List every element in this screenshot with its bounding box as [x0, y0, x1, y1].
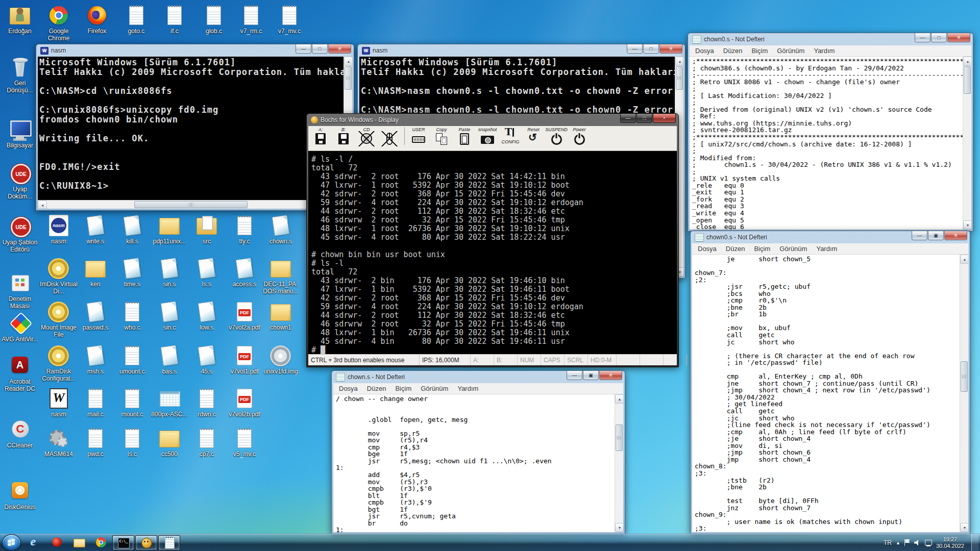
- desktop-icon-goto-c[interactable]: goto.c: [117, 4, 156, 35]
- desktop-icon-v7vol2b-pdf[interactable]: v7vol2b.pdf: [225, 387, 264, 418]
- scroll-down-icon[interactable]: ▼: [963, 220, 971, 230]
- bochs-button-user-keyboard[interactable]: USER: [404, 127, 428, 145]
- bochs-button-paste[interactable]: Paste: [455, 127, 474, 145]
- menu-item-d-zen[interactable]: Düzen: [721, 244, 750, 254]
- volume-icon[interactable]: [914, 540, 921, 546]
- restore-button[interactable]: ▣: [928, 231, 944, 240]
- desktop-icon-kill-s[interactable]: kill.s: [113, 214, 152, 245]
- desktop-icon-passwd-s[interactable]: passwd.s: [76, 300, 115, 331]
- bochs-button-mouse[interactable]: [380, 127, 399, 145]
- desktop-icon-pdp11unix[interactable]: pdp11unix...: [150, 214, 189, 245]
- titlebar[interactable]: W nasm — □ ×: [359, 44, 683, 57]
- scrollbar-thumb[interactable]: [134, 201, 248, 208]
- scroll-up-icon[interactable]: ▲: [344, 57, 352, 66]
- desktop-icon-if-c[interactable]: if.c: [155, 4, 194, 35]
- maximize-button[interactable]: □: [312, 44, 328, 54]
- menu-item-yard-m[interactable]: Yardım: [453, 384, 483, 393]
- desktop-icon-msh-s[interactable]: msh.s: [76, 344, 115, 375]
- desktop-icon-umount-c[interactable]: umount.c: [113, 344, 152, 375]
- desktop-icon-ls-c[interactable]: ls.c: [113, 427, 152, 458]
- taskbar-button-bochs[interactable]: [135, 535, 157, 550]
- bochs-button-floppy-a[interactable]: A:: [311, 127, 330, 145]
- desktop-icon-v7-rm-c[interactable]: v7_rm.c: [232, 4, 271, 35]
- taskbar-button-media-player[interactable]: [46, 535, 67, 549]
- desktop-icon-mount-c[interactable]: mount.c: [113, 387, 152, 418]
- taskbar-button-command-prompt[interactable]: [112, 535, 134, 550]
- scrollbar-thumb[interactable]: [616, 424, 623, 451]
- desktop-icon-nasm[interactable]: nasm: [39, 214, 78, 245]
- bochs-button-cdrom[interactable]: CD: [357, 127, 376, 145]
- desktop-icon-uyap-ablon-edit-r[interactable]: Uyap Şablon Editörü: [1, 215, 39, 253]
- desktop-icon-who-c[interactable]: who.c: [113, 300, 152, 331]
- titlebar[interactable]: chown0.s - Not Defteri — ▣ ×: [692, 231, 968, 243]
- menu-item-dosya[interactable]: Dosya: [334, 384, 362, 393]
- menu-item-bi-im[interactable]: Biçim: [749, 244, 775, 254]
- desktop-icon-low-s[interactable]: low.s: [187, 300, 226, 331]
- restore-button[interactable]: ▣: [583, 371, 599, 380]
- close-button[interactable]: ×: [944, 231, 967, 240]
- scrollbar-thumb[interactable]: [964, 66, 971, 94]
- clock[interactable]: 19:27 30.04.2022: [936, 536, 964, 549]
- desktop-icon-avg-antivir[interactable]: AVG AntiVir...: [1, 312, 39, 343]
- minimize-button[interactable]: —: [567, 371, 582, 380]
- scrollbar-thumb[interactable]: [345, 66, 352, 90]
- start-button[interactable]: [2, 534, 21, 551]
- desktop-icon-diskgenius[interactable]: DiskGenius: [1, 480, 39, 511]
- desktop-icon-masm614[interactable]: MASM614: [39, 427, 78, 458]
- maximize-button[interactable]: □: [643, 44, 659, 54]
- titlebar[interactable]: chown.s - Not Defteri — ▣ ×: [333, 371, 623, 383]
- menu-item-bi-im[interactable]: Biçim: [747, 46, 772, 56]
- minimize-button[interactable]: —: [296, 44, 311, 54]
- menu-item-bi-im[interactable]: Biçim: [390, 384, 416, 393]
- desktop-icon-acrobat-reader-dc[interactable]: Acrobat Reader DC: [1, 355, 39, 392]
- menu-item-d-zen[interactable]: Düzen: [362, 384, 391, 393]
- scroll-up-icon[interactable]: ▲: [960, 255, 968, 264]
- desktop-icon-geri-d-n[interactable]: Geri Dönüşü...: [1, 56, 39, 94]
- desktop-icon-v5-mv-c[interactable]: v5_mv.c: [225, 427, 264, 458]
- minimize-button[interactable]: —: [912, 231, 927, 240]
- menu-item-dosya[interactable]: Dosya: [693, 244, 721, 254]
- hidden-icons-button[interactable]: ▲: [896, 540, 900, 545]
- bochs-button-copy[interactable]: Copy: [432, 127, 451, 145]
- menu-item-g-r-n-m[interactable]: Görünüm: [772, 46, 809, 56]
- desktop-icon-ccleaner[interactable]: CCleaner: [1, 418, 39, 449]
- close-button[interactable]: ×: [947, 33, 970, 42]
- bochs-button-suspend[interactable]: SUSPEND: [547, 127, 566, 145]
- scroll-down-icon[interactable]: ▼: [615, 523, 623, 532]
- desktop-icon-imdisk-virtual-di[interactable]: ImDisk Virtual Di...: [39, 257, 78, 295]
- desktop-icon-mail-c[interactable]: mail.c: [76, 387, 115, 418]
- desktop-icon-src[interactable]: src: [187, 214, 226, 245]
- desktop-icon-chown-s[interactable]: chown.s: [261, 214, 300, 245]
- bochs-button-config[interactable]: CONFIG: [501, 127, 520, 145]
- desktop-icon-v7vol2a-pdf[interactable]: v7vol2a.pdf: [225, 300, 264, 331]
- scroll-up-icon[interactable]: ▲: [963, 57, 971, 66]
- scroll-left-icon[interactable]: ◄: [38, 201, 47, 209]
- menu-item-g-r-n-m[interactable]: Görünüm: [775, 244, 812, 254]
- titlebar[interactable]: W nasm — □ ×: [38, 44, 352, 57]
- bochs-button-floppy-b[interactable]: B:: [334, 127, 353, 145]
- desktop-icon-v7-mv-c[interactable]: v7_mv.c: [270, 4, 309, 35]
- desktop-icon-firefox[interactable]: Firefox: [78, 4, 116, 35]
- vertical-scrollbar[interactable]: ▲ ▼: [615, 394, 623, 532]
- minimize-button[interactable]: —: [627, 44, 643, 54]
- maximize-button[interactable]: □: [636, 114, 652, 123]
- show-desktop-button[interactable]: [971, 534, 978, 551]
- desktop-icon-uyap-dok-m[interactable]: Uyap Doküm...: [1, 162, 39, 200]
- desktop-icon-google-chrome[interactable]: Google Chrome: [39, 4, 78, 42]
- desktop-icon-denetim-masas[interactable]: Denetim Masası: [1, 272, 39, 310]
- desktop-icon-ken[interactable]: ken: [76, 257, 115, 288]
- menu-item-dosya[interactable]: Dosya: [691, 46, 719, 56]
- close-button[interactable]: ×: [659, 44, 682, 54]
- bochs-button-snapshot[interactable]: snapshot: [478, 127, 497, 145]
- menu-item-yard-m[interactable]: Yardım: [809, 46, 839, 56]
- desktop-icon-chown1[interactable]: chown1: [261, 300, 300, 331]
- scroll-up-icon[interactable]: ▲: [615, 394, 623, 404]
- desktop-icon-cc500[interactable]: cc500: [150, 427, 189, 458]
- action-center-icon[interactable]: [904, 539, 910, 546]
- desktop-icon-rdwri-c[interactable]: rdwri.c: [187, 387, 226, 418]
- vertical-scrollbar[interactable]: ▲ ▼: [963, 57, 971, 230]
- desktop-icon-unixv1fd-img[interactable]: unixv1fd.img: [261, 344, 300, 375]
- bochs-button-power[interactable]: Power: [570, 127, 589, 145]
- desktop-icon-bilgisayar[interactable]: Bilgisayar: [1, 118, 39, 149]
- scrollbar-thumb[interactable]: [961, 361, 968, 392]
